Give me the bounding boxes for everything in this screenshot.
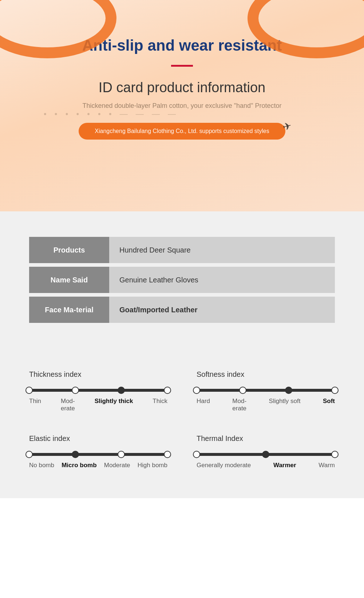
slider-label-thickness-2: Slightly thick — [95, 398, 133, 413]
table-label-1: Name Said — [29, 267, 109, 293]
slider-dot-thermal-0 — [193, 451, 200, 458]
slider-labels-elastic: No bombMicro bombModerateHigh bomb — [29, 462, 167, 469]
slider-dot-thickness-0 — [25, 387, 33, 394]
index-title-softness: Softness index — [197, 370, 335, 379]
slider-track-thermal — [197, 453, 335, 456]
slider-label-softness-3: Soft — [323, 398, 335, 413]
slider-labels-softness: HardMod-erateSlightly softSoft — [197, 398, 335, 413]
slider-labels-thickness: ThinMod-erateSlightly thickThick — [29, 398, 167, 413]
table-value-0: Hundred Deer Square — [109, 237, 335, 263]
slider-dot-elastic-1 — [72, 451, 79, 458]
slider-dot-softness-2 — [285, 387, 292, 394]
slider-label-softness-0: Hard — [197, 398, 210, 413]
slider-dot-elastic-0 — [25, 451, 33, 458]
index-block-thickness: Thickness indexThinMod-erateSlightly thi… — [29, 370, 167, 413]
index-title-elastic: Elastic index — [29, 434, 167, 443]
slider-label-thickness-1: Mod-erate — [61, 398, 75, 413]
slider-label-thermal-2: Warm — [318, 462, 335, 469]
hero-badge: Xiangcheng Bailulang Clothing Co., Ltd. … — [79, 123, 285, 140]
info-section: Products Hundred Deer Square Name Said G… — [0, 211, 364, 370]
table-label-2: Face Ma-terial — [29, 297, 109, 323]
slider-label-softness-1: Mod-erate — [232, 398, 246, 413]
slider-labels-thermal: Generally moderateWarmerWarm — [197, 462, 335, 469]
index-block-elastic: Elastic indexNo bombMicro bombModerateHi… — [29, 434, 167, 469]
table-row: Face Ma-terial Goat/Imported Leather — [29, 297, 335, 323]
table-value-1: Genuine Leather Gloves — [109, 267, 335, 293]
table-label-0: Products — [29, 237, 109, 263]
slider-label-thickness-3: Thick — [153, 398, 167, 413]
hero-title: Anti-slip and wear resistant — [7, 36, 357, 55]
slider-label-thermal-1: Warmer — [273, 462, 296, 469]
slider-dot-elastic-3 — [164, 451, 171, 458]
slider-label-softness-2: Slightly soft — [269, 398, 301, 413]
dots-decoration: • • • • • • • — — — — — [44, 109, 179, 119]
slider-track-thickness — [29, 389, 167, 392]
indexes-section: Thickness indexThinMod-erateSlightly thi… — [0, 370, 364, 498]
hero-description: Thickened double-layer Palm cotton, your… — [7, 102, 357, 110]
slider-label-elastic-2: Moderate — [104, 462, 130, 469]
slider-track-elastic — [29, 453, 167, 456]
slider-dot-softness-3 — [331, 387, 339, 394]
slider-label-elastic-3: High bomb — [138, 462, 167, 469]
index-block-thermal: Thermal IndexGenerally moderateWarmerWar… — [197, 434, 335, 469]
slider-label-elastic-1: Micro bomb — [62, 462, 96, 469]
slider-label-elastic-0: No bomb — [29, 462, 54, 469]
slider-label-thermal-0: Generally moderate — [197, 462, 251, 469]
slider-dot-thickness-1 — [72, 387, 79, 394]
slider-dot-thickness-3 — [164, 387, 171, 394]
slider-dot-thickness-2 — [118, 387, 125, 394]
slider-dot-thermal-1 — [262, 451, 269, 458]
slider-dot-softness-0 — [193, 387, 200, 394]
hero-divider — [171, 65, 193, 67]
slider-dot-softness-1 — [239, 387, 246, 394]
slider-dot-elastic-2 — [118, 451, 125, 458]
table-row: Products Hundred Deer Square — [29, 237, 335, 263]
slider-dot-thermal-2 — [331, 451, 339, 458]
index-block-softness: Softness indexHardMod-erateSlightly soft… — [197, 370, 335, 413]
index-title-thermal: Thermal Index — [197, 434, 335, 443]
slider-label-thickness-0: Thin — [29, 398, 41, 413]
slider-track-softness — [197, 389, 335, 392]
product-info-table: Products Hundred Deer Square Name Said G… — [29, 233, 335, 327]
indexes-grid: Thickness indexThinMod-erateSlightly thi… — [29, 370, 335, 469]
index-title-thickness: Thickness index — [29, 370, 167, 379]
table-row: Name Said Genuine Leather Gloves — [29, 267, 335, 293]
hero-section: Anti-slip and wear resistant ID card pro… — [0, 0, 364, 211]
hero-subtitle: ID card product information — [7, 80, 357, 95]
table-value-2: Goat/Imported Leather — [109, 297, 335, 323]
